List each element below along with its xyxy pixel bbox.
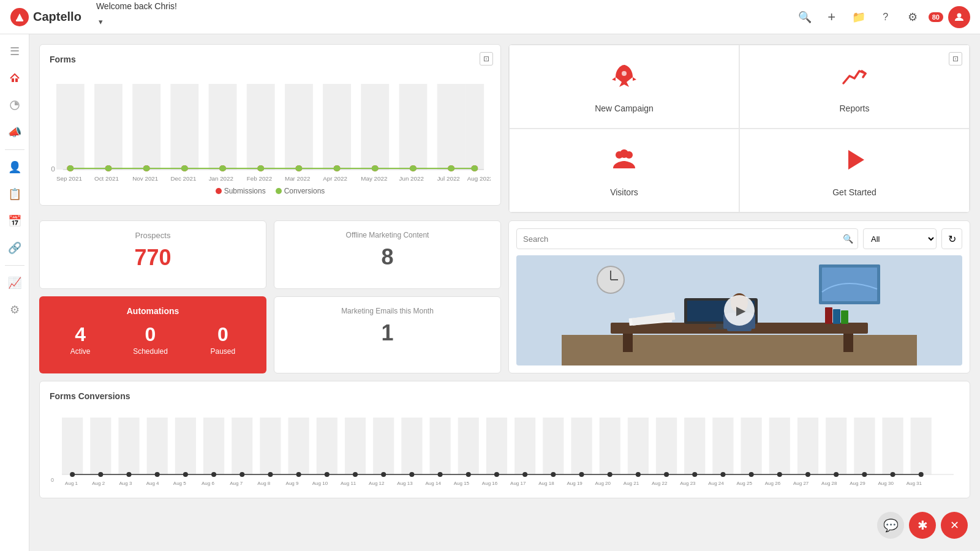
forms-expand-button[interactable]: ⊡ (480, 52, 493, 66)
forms-conversions-title: Forms Conversions (50, 391, 960, 401)
sidebar-item-settings[interactable]: ⚙ (2, 298, 27, 322)
svg-rect-5 (15, 78, 18, 82)
notification-badge[interactable]: 80 (929, 12, 943, 22)
svg-point-135 (494, 472, 499, 477)
offline-marketing-card: Offline Marketing Content 8 (274, 220, 501, 289)
quick-action-get-started[interactable]: Get Started (739, 129, 970, 212)
visitors-label: Visitors (610, 187, 638, 197)
svg-rect-117 (854, 418, 875, 474)
sidebar-item-reports[interactable]: 📈 (2, 271, 27, 295)
chat-close-button[interactable]: ✕ (941, 512, 968, 539)
svg-point-41 (372, 165, 379, 171)
sidebar-item-events[interactable]: 📅 (2, 209, 27, 233)
settings-button[interactable]: ⚙ (902, 6, 924, 28)
quick-actions-grid: New Campaign Reports (509, 45, 970, 212)
svg-text:Aug 25: Aug 25 (737, 481, 753, 486)
svg-text:Aug 29: Aug 29 (850, 481, 865, 486)
svg-rect-8 (94, 84, 123, 170)
svg-point-126 (239, 472, 244, 477)
submissions-dot (216, 188, 222, 194)
welcome-dropdown[interactable]: ▾ (96, 11, 105, 33)
svg-point-146 (805, 472, 810, 477)
svg-rect-72 (623, 334, 633, 352)
video-play-button[interactable] (724, 295, 755, 326)
sidebar-item-integrations[interactable]: 🔗 (2, 236, 27, 260)
svg-rect-99 (345, 418, 366, 474)
svg-rect-65 (562, 335, 917, 365)
svg-text:Aug 27: Aug 27 (793, 481, 809, 486)
svg-point-61 (620, 149, 628, 158)
sidebar-item-contacts[interactable]: 👤 (2, 155, 27, 179)
svg-text:Aug 10: Aug 10 (312, 481, 328, 486)
svg-text:Aug 15: Aug 15 (454, 481, 470, 486)
svg-point-128 (296, 472, 301, 477)
sidebar-item-home[interactable] (2, 66, 27, 91)
prospects-card: Prospects 770 (39, 220, 266, 289)
svg-rect-4 (12, 78, 14, 82)
svg-text:Jul 2022: Jul 2022 (437, 175, 460, 182)
svg-point-3 (957, 13, 962, 17)
svg-point-142 (692, 472, 697, 477)
logo-icon (10, 7, 29, 27)
filter-select[interactable]: All (863, 228, 937, 249)
quick-action-visitors[interactable]: Visitors (509, 129, 739, 212)
svg-text:Aug 26: Aug 26 (765, 481, 781, 486)
quick-action-new-campaign[interactable]: New Campaign (509, 45, 739, 129)
svg-rect-95 (232, 418, 252, 474)
svg-point-122 (127, 472, 132, 477)
svg-point-33 (67, 165, 74, 171)
sidebar-item-campaigns[interactable]: 📣 (2, 120, 27, 144)
svg-text:Aug 30: Aug 30 (878, 481, 894, 486)
svg-marker-62 (848, 150, 864, 170)
svg-text:Aug 1: Aug 1 (65, 481, 78, 486)
forms-chart-area: 0 (50, 72, 491, 182)
svg-text:Aug 9: Aug 9 (286, 481, 300, 486)
search-submit-button[interactable]: 🔍 (843, 234, 853, 244)
svg-point-121 (98, 472, 103, 477)
svg-text:Aug 2022: Aug 2022 (467, 175, 491, 182)
svg-point-39 (295, 165, 302, 171)
svg-rect-102 (430, 418, 451, 474)
sidebar-item-forms[interactable]: 📋 (2, 182, 27, 206)
user-avatar[interactable] (948, 6, 970, 28)
svg-text:Aug 12: Aug 12 (369, 481, 385, 486)
svg-rect-100 (373, 418, 394, 474)
svg-rect-70 (822, 268, 877, 301)
svg-rect-14 (323, 84, 351, 170)
help-button[interactable]: ? (875, 6, 897, 28)
svg-rect-97 (288, 418, 309, 474)
svg-point-38 (257, 165, 264, 171)
sidebar-item-analytics[interactable] (2, 93, 27, 118)
chat-plus-button[interactable]: ✱ (909, 512, 936, 539)
quick-actions-expand-button[interactable]: ⊡ (949, 52, 962, 66)
svg-rect-93 (175, 418, 196, 474)
svg-point-133 (438, 472, 443, 477)
svg-point-40 (334, 165, 341, 171)
quick-action-reports[interactable]: Reports (739, 45, 970, 129)
video-thumbnail[interactable] (516, 255, 962, 365)
sidebar-divider-1 (5, 149, 24, 150)
search-input[interactable] (516, 228, 858, 249)
svg-rect-90 (90, 418, 111, 474)
folder-button[interactable]: 📁 (848, 6, 870, 28)
svg-text:Aug 5: Aug 5 (173, 481, 187, 486)
play-icon (839, 144, 870, 181)
app-logo[interactable]: Captello (10, 7, 81, 27)
svg-point-130 (353, 472, 358, 477)
prospects-label: Prospects (50, 231, 256, 240)
search-button[interactable]: 🔍 (794, 6, 816, 28)
sidebar-item-menu[interactable]: ☰ (2, 39, 27, 64)
svg-point-134 (466, 472, 471, 477)
refresh-button[interactable]: ↻ (941, 228, 962, 249)
svg-rect-98 (317, 418, 337, 474)
svg-rect-15 (361, 84, 389, 170)
svg-point-127 (268, 472, 273, 477)
svg-point-37 (219, 165, 226, 171)
svg-text:Mar 2022: Mar 2022 (285, 175, 310, 182)
svg-rect-119 (911, 418, 932, 474)
svg-rect-94 (203, 418, 224, 474)
svg-rect-113 (741, 418, 762, 474)
svg-rect-110 (656, 418, 677, 474)
chat-main-button[interactable]: 💬 (877, 512, 904, 539)
add-button[interactable]: + (821, 6, 843, 28)
